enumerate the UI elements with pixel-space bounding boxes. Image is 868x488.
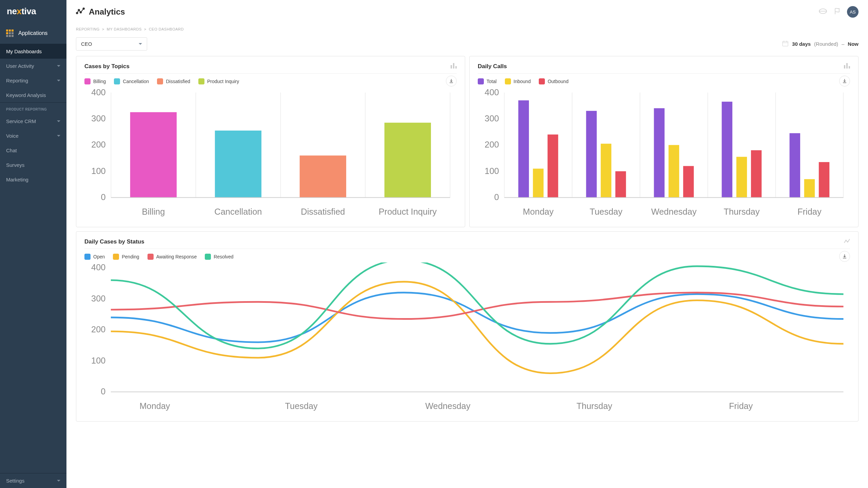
svg-text:Cancellation: Cancellation	[214, 207, 262, 216]
svg-text:Product Inquiry: Product Inquiry	[379, 207, 437, 216]
date-range-rounding: (Rounded)	[814, 41, 838, 47]
sidebar-item-label: Reporting	[6, 78, 28, 83]
legend-item[interactable]: Dissatisfied	[157, 78, 190, 84]
legend-swatch	[198, 78, 204, 84]
legend-swatch	[505, 78, 511, 84]
page-header: Analytics AS	[66, 0, 868, 24]
svg-text:Monday: Monday	[140, 401, 170, 411]
date-range-selector[interactable]: 30 days (Rounded) – Now	[782, 40, 859, 48]
svg-text:300: 300	[91, 114, 105, 123]
inbox-icon[interactable]	[818, 8, 827, 16]
card-daily-cases-by-status: Daily Cases by Status OpenPendingAwaitin…	[76, 231, 859, 422]
svg-text:0: 0	[494, 192, 499, 202]
sidebar-item-label: Service CRM	[6, 118, 36, 124]
legend-label: Awaiting Response	[156, 254, 197, 259]
sidebar-item-service-crm[interactable]: Service CRM	[0, 114, 66, 129]
svg-text:100: 100	[91, 356, 105, 365]
sidebar-item-my-dashboards[interactable]: My Dashboards	[0, 44, 66, 59]
legend-swatch	[157, 78, 163, 84]
svg-rect-57	[790, 133, 800, 198]
dropdown-value: CEO	[81, 41, 92, 47]
chevron-down-icon	[57, 135, 60, 137]
bar-chart-icon[interactable]	[844, 63, 850, 70]
svg-rect-58	[804, 179, 815, 197]
legend-swatch	[539, 78, 545, 84]
sidebar-item-surveys[interactable]: Surveys	[0, 158, 66, 172]
svg-rect-54	[751, 150, 762, 197]
dashboard-selector[interactable]: CEO	[76, 37, 147, 51]
calendar-icon	[782, 40, 789, 48]
legend-label: Open	[93, 254, 105, 259]
legend-swatch	[84, 78, 91, 84]
svg-text:Wednesday: Wednesday	[651, 207, 696, 216]
legend-swatch	[147, 254, 154, 260]
svg-rect-7	[453, 63, 454, 69]
legend-label: Resolved	[214, 254, 233, 259]
applications-header[interactable]: Applications	[0, 23, 66, 44]
svg-text:Monday: Monday	[523, 207, 554, 216]
sidebar-item-chat[interactable]: Chat	[0, 143, 66, 158]
legend-item[interactable]: Awaiting Response	[147, 254, 197, 260]
legend-item[interactable]: Resolved	[205, 254, 233, 260]
svg-point-0	[76, 12, 78, 14]
svg-text:400: 400	[91, 262, 105, 272]
svg-rect-42	[586, 111, 597, 198]
line-chart-icon[interactable]	[844, 238, 850, 245]
legend-item[interactable]: Product Inquiry	[198, 78, 239, 84]
user-initials: AS	[850, 9, 855, 15]
date-range-end: Now	[848, 41, 859, 47]
svg-rect-24	[384, 123, 431, 198]
legend-item[interactable]: Open	[84, 254, 105, 260]
flag-icon[interactable]	[833, 7, 841, 16]
svg-text:100: 100	[485, 166, 499, 176]
applications-label: Applications	[18, 30, 47, 36]
page-title: Analytics	[89, 7, 125, 17]
legend-label: Total	[487, 79, 497, 84]
user-avatar[interactable]: AS	[847, 6, 859, 18]
legend-swatch	[114, 78, 120, 84]
card-title: Daily Calls	[478, 63, 507, 70]
svg-rect-18	[215, 131, 261, 197]
date-range-value: 30 days	[792, 41, 811, 47]
legend-item[interactable]: Pending	[113, 254, 139, 260]
sidebar-item-settings[interactable]: Settings	[0, 473, 66, 488]
sidebar-item-marketing[interactable]: Marketing	[0, 172, 66, 187]
svg-text:Thursday: Thursday	[576, 401, 612, 411]
svg-rect-59	[819, 162, 829, 198]
legend-item[interactable]: Total	[478, 78, 497, 84]
svg-rect-28	[844, 65, 845, 69]
svg-text:Thursday: Thursday	[724, 207, 760, 216]
sidebar-item-user-activity[interactable]: User Activity	[0, 59, 66, 73]
legend-label: Product Inquiry	[207, 79, 239, 84]
legend-item[interactable]: Cancellation	[114, 78, 149, 84]
legend-swatch	[478, 78, 484, 84]
legend-item[interactable]: Inbound	[505, 78, 531, 84]
download-button[interactable]	[839, 251, 850, 262]
brand-logo: nextiva	[0, 0, 66, 23]
svg-rect-53	[736, 157, 747, 197]
card-cases-by-topics: Cases by Topics BillingCancellationDissa…	[76, 56, 465, 227]
svg-rect-38	[533, 169, 544, 197]
svg-text:Wednesday: Wednesday	[425, 401, 470, 411]
svg-rect-44	[615, 171, 626, 197]
chevron-down-icon	[139, 43, 142, 45]
svg-text:200: 200	[91, 140, 105, 149]
svg-rect-52	[722, 102, 732, 198]
svg-rect-39	[548, 135, 558, 198]
legend-label: Inbound	[514, 79, 531, 84]
svg-rect-47	[654, 108, 665, 197]
download-button[interactable]	[839, 76, 850, 86]
card-title: Daily Cases by Status	[84, 238, 144, 245]
svg-text:0: 0	[101, 192, 106, 202]
svg-rect-15	[130, 112, 177, 198]
legend-swatch	[113, 254, 119, 260]
sidebar-item-reporting[interactable]: Reporting	[0, 73, 66, 88]
download-button[interactable]	[446, 76, 457, 86]
sidebar-item-voice[interactable]: Voice	[0, 129, 66, 143]
card-daily-calls: Daily Calls TotalInboundOutbound 0100200…	[469, 56, 859, 227]
legend-label: Outbound	[548, 79, 569, 84]
legend-item[interactable]: Outbound	[539, 78, 569, 84]
bar-chart-icon[interactable]	[451, 63, 457, 70]
sidebar-item-keyword-analysis[interactable]: Keyword Analysis	[0, 88, 66, 102]
legend-item[interactable]: Billing	[84, 78, 106, 84]
